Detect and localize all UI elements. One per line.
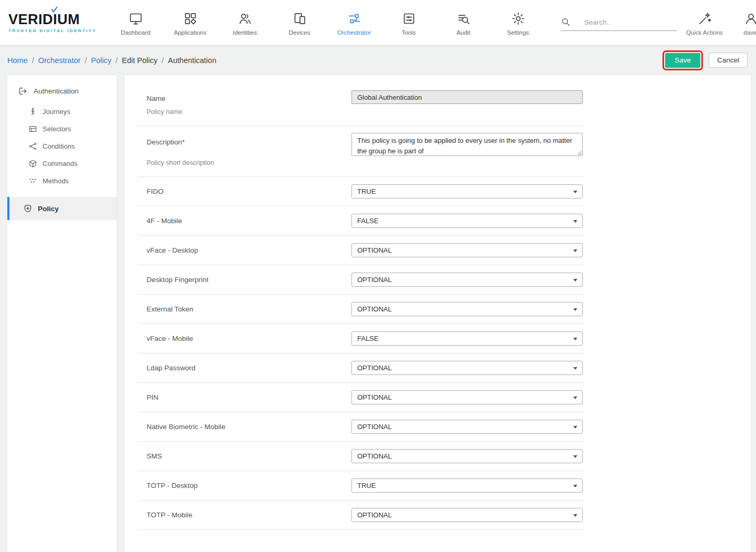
- nav-item-settings[interactable]: Settings: [491, 9, 545, 36]
- sidebar: AuthenticationJourneysSelectorsCondition…: [7, 75, 117, 552]
- topbar-right: Quick Actions david: [677, 9, 756, 36]
- field-label-block: TOTP - Desktop: [137, 482, 351, 489]
- field-label: Description*: [147, 138, 351, 146]
- field-label: Name: [147, 95, 351, 102]
- chevron-down-icon: [573, 191, 577, 193]
- select-value: TRUE: [357, 188, 376, 195]
- field-label-block: External Token: [137, 305, 351, 313]
- select-value: FALSE: [357, 217, 378, 225]
- field-label: 4F - Mobile: [147, 217, 351, 225]
- pin-select[interactable]: OPTIONAL: [351, 390, 583, 404]
- field-control: OPTIONAL: [351, 420, 583, 434]
- 4f-mobile-select[interactable]: FALSE: [351, 214, 583, 228]
- totp-desktop-select[interactable]: TRUE: [351, 478, 583, 493]
- fido-select[interactable]: TRUE: [351, 184, 583, 199]
- magic-wand-icon: [698, 12, 712, 26]
- nav-item-label: Identities: [233, 29, 257, 36]
- field-control: FALSE: [351, 214, 583, 228]
- sidebar-item-label: Conditions: [43, 142, 75, 150]
- select-value: FALSE: [357, 335, 378, 342]
- chevron-down-icon: [573, 279, 577, 282]
- chevron-down-icon: [573, 338, 577, 340]
- nav-item-label: Devices: [289, 29, 310, 36]
- devices-icon: [293, 12, 307, 26]
- nav-item-applications[interactable]: Applications: [163, 9, 218, 36]
- field-sublabel: Policy name: [147, 108, 351, 116]
- breadcrumb-orchestrator[interactable]: Orchestrator: [38, 56, 81, 65]
- user-name-label: david: [743, 29, 756, 36]
- breadcrumb-policy[interactable]: Policy: [91, 56, 111, 65]
- breadcrumb-separator: /: [162, 56, 164, 65]
- sidebar-item-label: Commands: [43, 160, 77, 168]
- conditions-icon: [28, 142, 37, 151]
- breadcrumb-home[interactable]: Home: [7, 56, 28, 65]
- nav-item-label: Orchestrator: [337, 29, 371, 36]
- form-row-fido: FIDOTRUE: [137, 177, 585, 206]
- field-label: FIDO: [147, 188, 351, 195]
- sidebar-item-journeys[interactable]: Journeys: [7, 103, 117, 120]
- nav-item-label: Applications: [174, 29, 206, 36]
- field-label-block: Native Biometric - Mobile: [137, 423, 351, 431]
- quick-actions-label: Quick Actions: [686, 29, 723, 36]
- breadcrumb-row: Home/Orchestrator/Policy/Edit Policy/Aut…: [0, 45, 756, 75]
- description-textarea[interactable]: This policy is going to be applied to ev…: [351, 133, 583, 156]
- vface-mobile-select[interactable]: FALSE: [351, 331, 583, 346]
- field-control: OPTIONAL: [351, 361, 583, 375]
- sms-select[interactable]: OPTIONAL: [351, 449, 583, 463]
- form-row-external-token: External TokenOPTIONAL: [137, 295, 585, 324]
- sidebar-item-selectors[interactable]: Selectors: [7, 120, 117, 138]
- policy-edit-panel: NamePolicy nameDescription*Policy short …: [125, 75, 751, 552]
- form-row-pin: PINOPTIONAL: [137, 383, 585, 412]
- nav-item-tools[interactable]: Tools: [381, 9, 436, 36]
- nav-item-orchestrator[interactable]: Orchestrator: [327, 9, 381, 36]
- sidebar-item-commands[interactable]: Commands: [7, 155, 117, 172]
- ldap-password-select[interactable]: OPTIONAL: [351, 361, 583, 375]
- nav-item-identities[interactable]: Identities: [218, 9, 272, 36]
- nav-item-audit[interactable]: Audit: [436, 9, 491, 36]
- user-menu[interactable]: david: [732, 9, 756, 36]
- breadcrumb-edit-policy: Edit Policy: [122, 56, 158, 65]
- nav-item-devices[interactable]: Devices: [272, 9, 327, 36]
- breadcrumb-separator: /: [32, 56, 34, 65]
- logo-check-icon: [50, 6, 58, 13]
- search-input[interactable]: [571, 18, 678, 27]
- field-control: FALSE: [351, 331, 583, 346]
- sidebar-item-policy[interactable]: Policy: [7, 197, 117, 220]
- chevron-down-icon: [573, 455, 577, 458]
- sidebar-item-label: Methods: [43, 177, 69, 185]
- field-label-block: Description*Policy short description: [137, 126, 351, 176]
- select-value: OPTIONAL: [357, 452, 392, 460]
- sidebar-item-conditions[interactable]: Conditions: [7, 138, 117, 155]
- field-label: vFace - Desktop: [147, 246, 351, 254]
- name-input[interactable]: [351, 90, 583, 104]
- totp-mobile-select[interactable]: OPTIONAL: [351, 508, 583, 522]
- form-row-totp-mobile: TOTP - MobileOPTIONAL: [137, 501, 585, 530]
- field-label-block: vFace - Desktop: [137, 246, 351, 254]
- field-label-block: vFace - Mobile: [137, 335, 351, 342]
- nav-item-label: Tools: [402, 29, 416, 36]
- desktop-fingerprint-select[interactable]: OPTIONAL: [351, 273, 583, 287]
- orchestrator-icon: [347, 12, 361, 26]
- nav-item-label: Audit: [457, 29, 470, 36]
- sidebar-item-methods[interactable]: Methods: [7, 172, 117, 190]
- policy-form: NamePolicy nameDescription*Policy short …: [137, 75, 585, 530]
- chevron-down-icon: [573, 220, 577, 223]
- applications-icon: [183, 12, 198, 26]
- chevron-down-icon: [573, 485, 577, 487]
- external-token-select[interactable]: OPTIONAL: [351, 302, 583, 316]
- save-button[interactable]: Save: [665, 53, 700, 68]
- native-biometric-mobile-select[interactable]: OPTIONAL: [351, 420, 583, 434]
- form-row-vface-desktop: vFace - DesktopOPTIONAL: [137, 236, 585, 265]
- brand-name: VERIDIUM: [8, 13, 103, 27]
- quick-actions-button[interactable]: Quick Actions: [677, 9, 732, 36]
- nav-item-dashboard[interactable]: Dashboard: [108, 9, 163, 36]
- content-area: AuthenticationJourneysSelectorsCondition…: [0, 75, 756, 552]
- chevron-down-icon: [573, 308, 577, 311]
- vface-desktop-select[interactable]: OPTIONAL: [351, 243, 583, 257]
- cancel-button[interactable]: Cancel: [709, 53, 748, 68]
- sidebar-item-authentication[interactable]: Authentication: [7, 77, 117, 103]
- breadcrumb-separator: /: [85, 56, 87, 65]
- field-control: OPTIONAL: [351, 273, 583, 287]
- search-icon: [561, 17, 571, 27]
- select-value: OPTIONAL: [357, 246, 392, 254]
